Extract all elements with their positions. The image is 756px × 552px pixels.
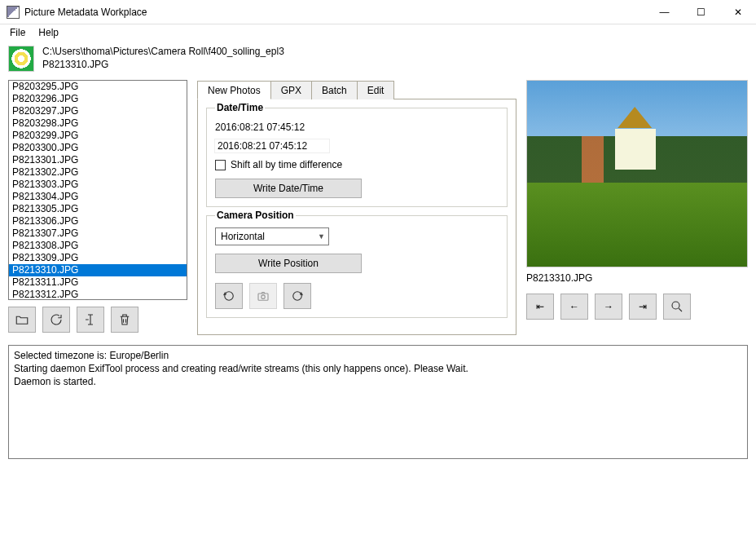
nav-next-icon: →: [604, 301, 613, 312]
delete-button[interactable]: [111, 307, 138, 333]
chevron-down-icon: ▼: [318, 232, 325, 241]
preview-panel: P8213310.JPG ⇤ ← → ⇥: [526, 80, 748, 335]
path-text: C:\Users\thoma\Pictures\Camera Roll\f400…: [42, 46, 284, 71]
nav-last-button[interactable]: ⇥: [629, 294, 657, 320]
file-item[interactable]: P8213301.JPG: [9, 154, 187, 166]
app-icon: [7, 6, 20, 19]
file-item[interactable]: P8213308.JPG: [9, 240, 187, 252]
rotate-right-button[interactable]: [284, 283, 311, 309]
datetime-heading: Date/Time: [215, 102, 265, 113]
log-line: Selected timezone is: Europe/Berlin: [14, 349, 742, 362]
orientation-select[interactable]: Horizontal ▼: [215, 227, 329, 245]
nav-prev-icon: ←: [569, 301, 579, 312]
tab-new-photos[interactable]: New Photos: [197, 81, 271, 99]
close-icon: ✕: [734, 7, 742, 18]
minimize-button[interactable]: —: [646, 0, 683, 24]
title-bar: Picture Metadata Workplace — ☐ ✕: [0, 0, 756, 24]
file-item[interactable]: P8203299.JPG: [9, 130, 187, 142]
orientation-value: Horizontal: [221, 231, 265, 242]
log-line: Starting daemon ExifTool process and cre…: [14, 362, 742, 375]
file-item[interactable]: P8213309.JPG: [9, 252, 187, 264]
datetime-edit-field[interactable]: 2016:08:21 07:45:12: [215, 139, 329, 152]
write-datetime-button[interactable]: Write Date/Time: [215, 179, 362, 198]
datetime-read-value: 2016:08:21 07:45:12: [215, 121, 499, 133]
center-panel: New Photos GPX Batch Edit Date/Time 2016…: [197, 80, 516, 335]
file-item[interactable]: P8213305.JPG: [9, 203, 187, 215]
nav-first-icon: ⇤: [536, 301, 544, 312]
menu-file[interactable]: File: [3, 25, 32, 40]
left-panel: P8203295.JPGP8203296.JPGP8203297.JPGP820…: [8, 80, 187, 335]
refresh-button[interactable]: [42, 307, 70, 333]
window-title: Picture Metadata Workplace: [24, 7, 646, 18]
tab-batch[interactable]: Batch: [311, 81, 358, 99]
file-item[interactable]: P8213307.JPG: [9, 227, 187, 240]
datetime-group: Date/Time 2016:08:21 07:45:12 2016:08:21…: [206, 108, 508, 207]
rename-button[interactable]: [77, 307, 104, 333]
log-output[interactable]: Selected timezone is: Europe/Berlin Star…: [8, 345, 748, 459]
tab-panel: Date/Time 2016:08:21 07:45:12 2016:08:21…: [197, 99, 516, 335]
search-icon: [670, 299, 684, 314]
file-item[interactable]: P8213310.JPG: [9, 264, 187, 276]
rotate-right-icon: [290, 289, 305, 303]
main-content: P8203295.JPGP8203296.JPGP8203297.JPGP820…: [0, 80, 756, 335]
shift-checkbox-row[interactable]: Shift all by time difference: [215, 159, 499, 170]
zoom-button[interactable]: [663, 294, 691, 320]
file-item[interactable]: P8213306.JPG: [9, 215, 187, 227]
file-item[interactable]: P8213312.JPG: [9, 289, 187, 300]
rotate-left-button[interactable]: [215, 283, 243, 309]
preview-nav: ⇤ ← → ⇥: [526, 294, 748, 320]
close-button[interactable]: ✕: [719, 0, 756, 24]
nav-first-button[interactable]: ⇤: [526, 294, 554, 320]
file-item[interactable]: P8213311.JPG: [9, 276, 187, 289]
file-list[interactable]: P8203295.JPGP8203296.JPGP8203297.JPGP820…: [8, 80, 187, 300]
nav-prev-button[interactable]: ←: [560, 294, 588, 320]
file-item[interactable]: P8203297.JPG: [9, 105, 187, 117]
folder-open-icon: [15, 312, 29, 327]
camerapos-heading: Camera Position: [215, 210, 296, 221]
camerapos-group: Camera Position Horizontal ▼ Write Posit…: [206, 215, 508, 318]
refresh-icon: [49, 312, 64, 327]
open-folder-button[interactable]: [8, 307, 36, 333]
folder-thumbnail: [8, 46, 34, 72]
tab-edit[interactable]: Edit: [357, 81, 395, 99]
preview-filename: P8213310.JPG: [526, 272, 748, 284]
write-position-button[interactable]: Write Position: [215, 254, 362, 273]
camera-icon: [256, 289, 270, 303]
shift-checkbox-label: Shift all by time difference: [231, 159, 342, 170]
svg-rect-1: [258, 294, 268, 300]
current-file: P8213310.JPG: [42, 59, 284, 72]
tab-gpx[interactable]: GPX: [270, 81, 312, 99]
maximize-icon: ☐: [697, 7, 705, 18]
nav-last-icon: ⇥: [639, 301, 647, 312]
file-item[interactable]: P8203295.JPG: [9, 81, 187, 93]
folder-path: C:\Users\thoma\Pictures\Camera Roll\f400…: [42, 46, 284, 59]
window-buttons: — ☐ ✕: [646, 0, 756, 24]
nav-next-button[interactable]: →: [595, 294, 622, 320]
svg-point-0: [225, 292, 234, 301]
svg-point-3: [293, 292, 302, 301]
tab-bar: New Photos GPX Batch Edit: [197, 80, 516, 99]
file-item[interactable]: P8213304.JPG: [9, 191, 187, 203]
trash-icon: [117, 312, 132, 327]
file-item[interactable]: P8213303.JPG: [9, 179, 187, 191]
maximize-button[interactable]: ☐: [683, 0, 719, 24]
file-item[interactable]: P8203296.JPG: [9, 93, 187, 105]
file-item[interactable]: P8203298.JPG: [9, 117, 187, 130]
file-item[interactable]: P8213302.JPG: [9, 166, 187, 179]
shift-checkbox[interactable]: [215, 160, 226, 170]
svg-point-4: [672, 302, 679, 309]
log-line: Daemon is started.: [14, 375, 742, 388]
file-item[interactable]: P8203300.JPG: [9, 142, 187, 154]
path-panel: C:\Users\thoma\Pictures\Camera Roll\f400…: [0, 41, 756, 80]
image-preview: [526, 80, 748, 267]
rotate-left-icon: [222, 289, 236, 303]
menu-bar: File Help: [0, 24, 756, 41]
rename-icon: [83, 312, 98, 327]
camera-button[interactable]: [249, 283, 277, 309]
minimize-icon: —: [660, 7, 670, 18]
file-toolbar: [8, 307, 187, 333]
svg-point-2: [262, 295, 266, 299]
menu-help[interactable]: Help: [32, 25, 65, 40]
rotation-toolbar: [215, 283, 499, 309]
